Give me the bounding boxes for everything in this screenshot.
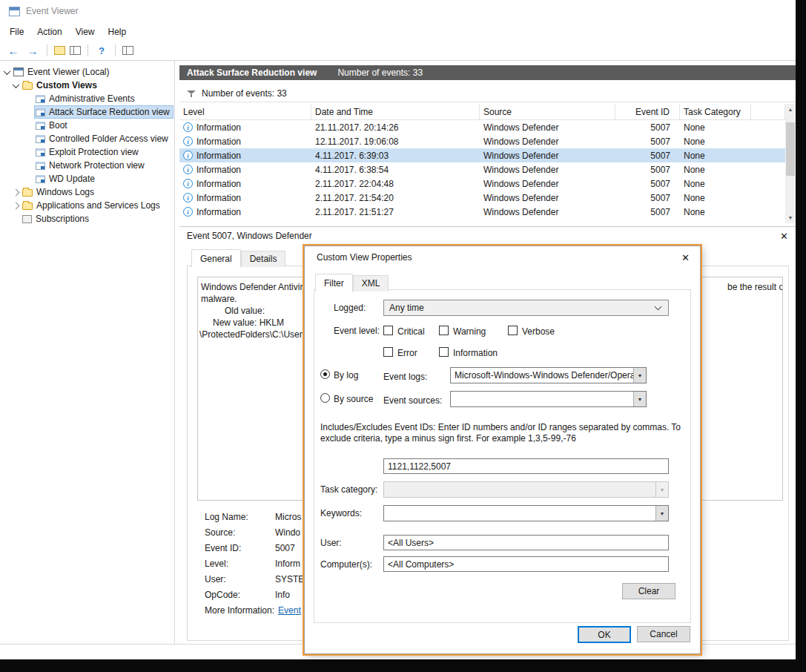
expander-icon[interactable]	[10, 200, 21, 211]
toolbar-separator	[87, 45, 88, 56]
sidebar-item-network-protection-view[interactable]: Network Protection view	[0, 159, 174, 172]
sidebar-item-subscriptions[interactable]: Subscriptions	[0, 212, 174, 225]
cell-level: Information	[179, 191, 311, 205]
column-header-source[interactable]: Source	[480, 104, 615, 119]
scroll-up-icon[interactable]: ▲	[785, 104, 796, 115]
task-category-label: Task category:	[320, 484, 377, 495]
event-sources-combo[interactable]: ▼	[450, 391, 647, 407]
expander-icon[interactable]	[1, 67, 12, 77]
dialog-tabs: Filter XML	[315, 274, 389, 291]
menu-file[interactable]: File	[3, 24, 30, 40]
sidebar-item-label: Controlled Folder Access view	[49, 134, 168, 144]
tab-xml[interactable]: XML	[353, 275, 389, 291]
checkbox-verbose[interactable]	[508, 326, 518, 335]
table-scrollbar[interactable]: ▲ ▼	[785, 104, 796, 223]
dropdown-arrow-icon[interactable]: ▼	[633, 368, 646, 383]
sidebar-item-custom-views[interactable]: Custom Views	[0, 79, 174, 92]
cell-datetime: 21.11.2017. 20:14:26	[311, 120, 480, 134]
cancel-button[interactable]: Cancel	[637, 626, 690, 642]
expander-icon[interactable]	[10, 187, 21, 197]
sidebar-item-exploit-protection-view[interactable]: Exploit Protection view	[0, 145, 174, 159]
keywords-combo[interactable]: ▼	[383, 505, 669, 521]
radio-by-log-label: By log	[334, 370, 358, 381]
computers-input[interactable]	[383, 556, 669, 572]
toolbar: ← → ?	[0, 41, 796, 61]
sidebar-item-administrative-events[interactable]: Administrative Events	[0, 92, 174, 105]
column-header-level[interactable]: Level	[179, 104, 311, 119]
custom-view-icon	[36, 175, 45, 183]
dropdown-arrow-icon[interactable]: ▼	[633, 392, 646, 406]
checkbox-error[interactable]	[383, 347, 393, 357]
sidebar-item-applications-and-services-logs[interactable]: Applications and Services Logs	[0, 199, 174, 212]
sidebar-item-windows-logs[interactable]: Windows Logs	[0, 185, 174, 199]
field-event-id: Event ID:5007	[205, 542, 295, 554]
clear-button[interactable]: Clear	[622, 583, 675, 599]
column-header-event-id[interactable]: Event ID	[615, 104, 680, 119]
console-tree-icon[interactable]	[70, 46, 81, 55]
app-icon	[9, 7, 20, 16]
event-ids-input[interactable]	[383, 458, 669, 474]
task-category-value	[384, 482, 655, 497]
dialog-titlebar: Custom View Properties ✕	[305, 246, 700, 269]
sidebar-item-label: Subscriptions	[36, 214, 89, 224]
close-icon[interactable]: ✕	[780, 231, 788, 242]
menu-help[interactable]: Help	[102, 24, 133, 40]
information-icon	[183, 151, 193, 160]
table-row[interactable]: Information 4.11.2017. 6:38:54 Windows D…	[179, 162, 785, 177]
sidebar-item-controlled-folder-access-view[interactable]: Controlled Folder Access view	[0, 132, 174, 145]
ok-button[interactable]: OK	[578, 626, 631, 643]
table-row[interactable]: Information 21.11.2017. 20:14:26 Windows…	[179, 120, 785, 134]
cell-datetime: 4.11.2017. 6:39:03	[311, 148, 480, 162]
scrollbar-track[interactable]	[785, 115, 796, 212]
folder-icon	[22, 189, 33, 197]
logged-label: Logged:	[334, 303, 366, 313]
menu-view[interactable]: View	[69, 24, 102, 40]
tab-general[interactable]: General	[191, 249, 241, 267]
keywords-label: Keywords:	[320, 508, 362, 518]
table-row[interactable]: Information 2.11.2017. 21:51:27 Windows …	[179, 205, 785, 219]
dialog-title: Custom View Properties	[317, 252, 681, 263]
table-row[interactable]: Information 2.11.2017. 22:04:48 Windows …	[179, 177, 785, 191]
expander-icon[interactable]	[10, 80, 21, 90]
scroll-down-icon[interactable]: ▼	[785, 212, 796, 223]
event-logs-combo[interactable]: Microsoft-Windows-Windows Defender/Opera…	[450, 367, 647, 383]
logged-dropdown[interactable]: Any time	[383, 300, 669, 316]
menu-action[interactable]: Action	[30, 24, 68, 40]
sidebar-item-wd-update[interactable]: WD Update	[0, 172, 174, 185]
cell-source: Windows Defender	[480, 134, 615, 148]
more-information-link[interactable]: Event	[278, 605, 301, 616]
forward-icon[interactable]: →	[25, 45, 40, 57]
tab-details[interactable]: Details	[241, 251, 286, 267]
back-icon[interactable]: ←	[6, 45, 21, 57]
screen: Event Viewer File Action View Help ← → ?…	[0, 0, 806, 672]
field-more-information: More Information:Event	[205, 605, 301, 616]
filter-tab-page: Logged: Any time Event level: Critical W…	[314, 289, 691, 623]
action-pane-icon[interactable]	[122, 46, 133, 55]
checkbox-warning[interactable]	[439, 326, 449, 335]
sidebar-item-event-viewer-local[interactable]: Event Viewer (Local)	[0, 65, 174, 79]
radio-by-log[interactable]	[320, 369, 330, 379]
cell-event-id: 5007	[615, 191, 680, 205]
checkbox-critical[interactable]	[383, 326, 393, 335]
dropdown-arrow-icon[interactable]: ▼	[655, 506, 668, 521]
column-header-date-and-time[interactable]: Date and Time	[311, 104, 480, 119]
checkbox-information[interactable]	[439, 347, 449, 357]
radio-by-source[interactable]	[320, 393, 330, 403]
detail-title: Event 5007, Windows Defender	[187, 231, 780, 241]
column-header-task-category[interactable]: Task Category	[680, 104, 751, 119]
table-row[interactable]: Information 12.11.2017. 19:06:08 Windows…	[179, 134, 785, 148]
help-icon[interactable]: ?	[95, 45, 108, 56]
field-opcode: OpCode:Info	[205, 589, 290, 601]
sidebar-item-boot[interactable]: Boot	[0, 119, 174, 132]
scrollbar-thumb[interactable]	[786, 122, 795, 176]
sidebar-item-label: WD Update	[49, 174, 95, 184]
table-row[interactable]: Information 2.11.2017. 21:54:20 Windows …	[179, 191, 785, 205]
export-icon[interactable]	[54, 46, 65, 55]
tab-filter[interactable]: Filter	[315, 274, 353, 291]
dialog-close-icon[interactable]: ✕	[681, 252, 690, 263]
sidebar-item-attack-surface-reduction-view[interactable]: Attack Surface Reduction view	[0, 105, 174, 119]
table-row-selected[interactable]: Information 4.11.2017. 6:39:03 Windows D…	[179, 148, 785, 162]
checkbox-critical-label: Critical	[397, 326, 425, 337]
event-sources-label: Event sources:	[383, 395, 442, 406]
user-input[interactable]	[383, 535, 669, 550]
